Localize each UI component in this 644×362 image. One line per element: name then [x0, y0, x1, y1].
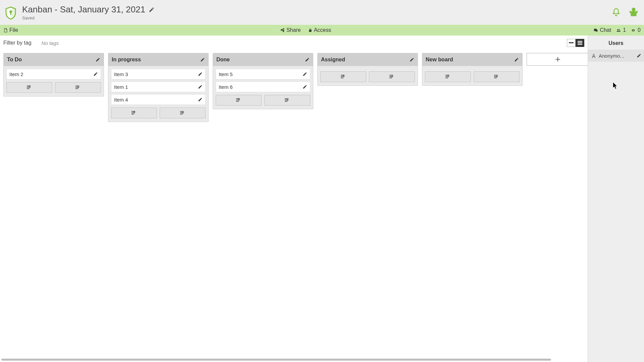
share-button[interactable]: Share — [280, 27, 301, 33]
share-icon — [280, 28, 285, 33]
horizontal-scrollbar[interactable] — [1, 359, 641, 361]
save-status: Saved — [22, 15, 155, 20]
add-card-bottom-button[interactable] — [474, 71, 520, 82]
main-toolbar: File Share Access Chat — [0, 25, 644, 36]
users-panel-title: Users — [588, 36, 644, 50]
access-label: Access — [314, 27, 331, 33]
pencil-icon[interactable] — [410, 57, 414, 62]
add-card-bottom-button[interactable] — [369, 71, 415, 82]
pencil-icon[interactable] — [305, 57, 310, 62]
users-count[interactable]: 1 — [616, 27, 626, 33]
pencil-icon[interactable] — [96, 57, 100, 62]
svg-point-7 — [633, 30, 634, 31]
svg-point-6 — [283, 31, 284, 32]
notifications-icon[interactable] — [611, 7, 621, 17]
user-avatar-icon[interactable] — [628, 7, 639, 18]
pencil-icon[interactable] — [93, 72, 98, 76]
card[interactable]: Item 3 — [111, 69, 206, 79]
cards-list: Item 3Item 1Item 4 — [108, 66, 208, 108]
users-icon — [616, 28, 621, 33]
view-list-button[interactable] — [576, 39, 584, 47]
pencil-icon[interactable] — [303, 72, 307, 76]
view-compact-button[interactable] — [567, 39, 576, 47]
add-card-top-button[interactable] — [216, 95, 262, 106]
add-column-button[interactable] — [527, 53, 588, 66]
pencil-icon[interactable] — [637, 53, 641, 58]
card[interactable]: Item 4 — [111, 94, 206, 105]
main-area: Filter by tag No tags To DoItem 2In prog… — [0, 36, 644, 362]
card[interactable]: Item 6 — [216, 81, 310, 92]
pencil-icon[interactable] — [198, 84, 203, 89]
add-card-top-button[interactable] — [111, 108, 157, 118]
card[interactable]: Item 5 — [216, 69, 310, 79]
column-title: Done — [216, 57, 230, 63]
access-button[interactable]: Access — [308, 27, 331, 33]
add-card-bottom-button[interactable] — [160, 108, 206, 118]
card[interactable]: Item 1 — [111, 81, 206, 92]
chat-icon — [593, 28, 598, 33]
card-title: Item 6 — [219, 84, 233, 90]
column-actions — [422, 71, 522, 85]
column-header[interactable]: In progress — [108, 53, 208, 66]
column-actions — [318, 71, 418, 85]
column-title: New board — [426, 57, 453, 63]
user-letter-icon — [591, 53, 597, 59]
svg-rect-14 — [27, 88, 30, 89]
svg-rect-27 — [285, 98, 288, 99]
pencil-icon[interactable] — [198, 97, 203, 102]
viewers-count[interactable]: 0 — [631, 27, 641, 33]
svg-rect-39 — [494, 75, 498, 75]
eye-icon — [631, 28, 636, 32]
column-header[interactable]: New board — [422, 53, 522, 66]
no-tags-text: No tags — [42, 40, 59, 46]
column: In progressItem 3Item 1Item 4 — [108, 53, 209, 122]
column-header[interactable]: Assigned — [318, 53, 418, 66]
columns-container: To DoItem 2In progressItem 3Item 1Item 4… — [0, 50, 588, 362]
svg-rect-25 — [236, 100, 240, 100]
pencil-icon[interactable] — [303, 84, 307, 89]
pencil-icon[interactable] — [200, 57, 205, 62]
chat-label: Chat — [600, 27, 611, 33]
share-label: Share — [286, 27, 301, 33]
chat-button[interactable]: Chat — [593, 27, 611, 33]
svg-rect-15 — [75, 85, 79, 86]
card-title: Item 3 — [114, 71, 128, 77]
add-card-top-button[interactable] — [320, 71, 366, 82]
add-card-bottom-button[interactable] — [264, 95, 310, 106]
svg-rect-21 — [180, 111, 184, 112]
card[interactable]: Item 2 — [6, 69, 101, 79]
svg-rect-35 — [389, 77, 392, 78]
column-actions — [213, 95, 313, 109]
svg-rect-41 — [494, 77, 497, 78]
add-card-top-button[interactable] — [425, 71, 471, 82]
svg-rect-20 — [131, 114, 134, 114]
cards-list: Item 5Item 6 — [213, 66, 313, 95]
file-label: File — [9, 27, 18, 33]
view-toggle — [567, 39, 584, 47]
column-actions — [108, 108, 208, 122]
cards-list: Item 2 — [4, 66, 104, 82]
svg-point-4 — [283, 28, 284, 29]
user-row[interactable]: Anonymo... — [588, 50, 644, 62]
column-header[interactable]: Done — [213, 53, 313, 66]
card-title: Item 4 — [114, 97, 128, 103]
add-card-top-button[interactable] — [6, 82, 52, 93]
svg-rect-32 — [341, 77, 343, 78]
column-header[interactable]: To Do — [4, 53, 104, 66]
column: To DoItem 2 — [3, 53, 104, 97]
svg-rect-9 — [578, 41, 582, 42]
svg-rect-8 — [569, 42, 574, 43]
svg-rect-10 — [578, 43, 582, 44]
column-title: In progress — [112, 57, 141, 63]
pencil-icon[interactable] — [514, 57, 519, 62]
add-card-bottom-button[interactable] — [55, 82, 101, 93]
filter-bar: Filter by tag No tags — [0, 36, 588, 50]
svg-rect-2 — [629, 11, 631, 12]
rename-icon[interactable] — [149, 7, 155, 13]
pencil-icon[interactable] — [198, 72, 203, 76]
svg-rect-38 — [445, 77, 448, 78]
unlock-icon — [308, 28, 312, 33]
cards-list — [422, 66, 522, 71]
file-menu[interactable]: File — [3, 27, 18, 33]
svg-rect-37 — [445, 76, 449, 77]
